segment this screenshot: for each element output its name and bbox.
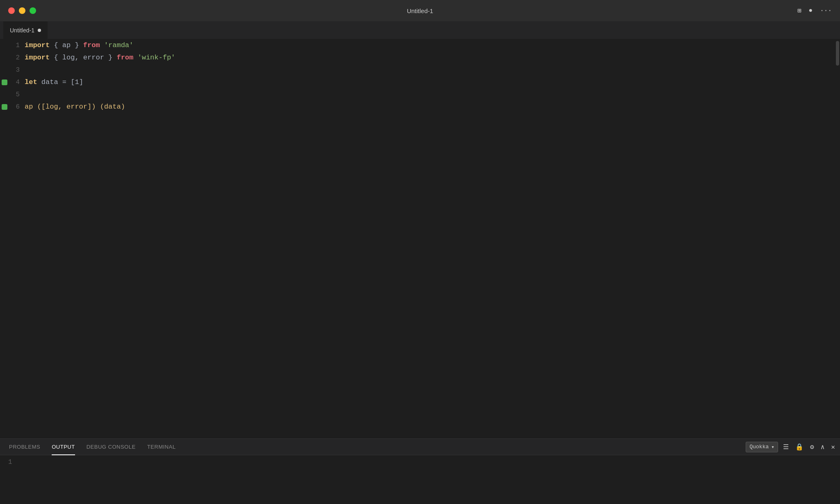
line-1-gutter: 1	[0, 39, 25, 52]
space-2	[133, 52, 137, 64]
from-keyword-1: from	[83, 39, 100, 52]
tab-label: Untitled-1	[10, 27, 34, 34]
line-6-gutter: 6	[0, 101, 25, 113]
line-gutter: 1 2 3 4 5 6	[0, 39, 25, 438]
line-4-gutter: 4	[0, 76, 25, 89]
ident-error: error	[83, 52, 104, 64]
close-panel-icon[interactable]: ✕	[829, 441, 837, 453]
editor-tab[interactable]: Untitled-1	[3, 21, 48, 39]
space-1	[100, 39, 104, 52]
line-2-gutter: 2	[0, 52, 25, 64]
code-line-4: let data = [1]	[25, 76, 840, 89]
scrollbar-thumb[interactable]	[836, 41, 839, 66]
breakpoint-4	[2, 79, 7, 85]
panel-right-actions: Quokka ▾ ☰ 🔒 ⚙ ∧ ✕	[746, 441, 837, 453]
dot-icon: ●	[809, 7, 813, 14]
tab-output-label: OUTPUT	[52, 444, 75, 450]
collapse-panel-icon[interactable]: ∧	[819, 441, 826, 453]
main-area: 1 2 3 4 5 6	[0, 39, 840, 504]
line-5-gutter: 5	[0, 89, 25, 101]
punct-1a: {	[50, 39, 62, 52]
dropdown-chevron-icon: ▾	[771, 444, 774, 450]
ident-data-assign: data = [1]	[37, 76, 83, 89]
split-editor-icon[interactable]: ⊞	[797, 7, 801, 15]
keyword-import-1: import	[25, 39, 50, 52]
tab-debug-console-label: DEBUG CONSOLE	[87, 444, 136, 450]
line-3-gutter: 3	[0, 64, 25, 76]
editor-scrollbar[interactable]	[835, 39, 840, 438]
keyword-let: let	[25, 76, 37, 89]
editor[interactable]: 1 2 3 4 5 6	[0, 39, 840, 438]
punct-2b: ,	[75, 52, 83, 64]
tab-terminal[interactable]: TERMINAL	[142, 439, 182, 455]
panel-content: 1	[0, 455, 840, 504]
close-button[interactable]	[8, 7, 15, 14]
punct-2c: }	[104, 52, 117, 64]
lock-icon[interactable]: 🔒	[794, 441, 805, 453]
code-line-2: import { log , error } from 'wink-fp'	[25, 52, 840, 64]
tab-bar: Untitled-1	[0, 21, 840, 39]
ident-log: log	[62, 52, 75, 64]
tab-debug-console[interactable]: DEBUG CONSOLE	[81, 439, 142, 455]
maximize-button[interactable]	[30, 7, 36, 14]
line-number-5: 5	[16, 89, 20, 101]
output-source-label: Quokka	[749, 444, 769, 450]
keyword-import-2: import	[25, 52, 50, 64]
code-line-1: import { ap } from 'ramda'	[25, 39, 840, 52]
tab-unsaved-dot	[38, 29, 41, 32]
output-line-number-1: 1	[8, 459, 12, 466]
code-line-3	[25, 64, 840, 76]
line-number-4: 4	[16, 76, 20, 89]
string-wink-fp: 'wink-fp'	[137, 52, 175, 64]
ident-ap: ap	[62, 39, 71, 52]
code-line-6: ap ([log, error]) (data)	[25, 101, 840, 113]
line-number-2: 2	[16, 52, 20, 64]
output-source-dropdown[interactable]: Quokka ▾	[746, 442, 778, 452]
func-ap-call: ap ([log, error]) (data)	[25, 101, 125, 113]
from-keyword-2: from	[116, 52, 133, 64]
line-number-6: 6	[16, 101, 20, 113]
panel-tab-bar: PROBLEMS OUTPUT DEBUG CONSOLE TERMINAL Q…	[0, 439, 840, 455]
title-bar-actions: ⊞ ● ···	[797, 7, 832, 15]
code-area[interactable]: import { ap } from 'ramda' import { log …	[25, 39, 840, 438]
punct-2a: {	[50, 52, 62, 64]
punct-1b: }	[71, 39, 83, 52]
more-actions-icon[interactable]: ···	[820, 7, 832, 14]
settings-icon[interactable]: ⚙	[808, 441, 816, 453]
breakpoint-6	[2, 104, 7, 110]
code-line-5	[25, 89, 840, 101]
traffic-lights	[8, 7, 36, 14]
tab-problems[interactable]: PROBLEMS	[3, 439, 46, 455]
bottom-panel: PROBLEMS OUTPUT DEBUG CONSOLE TERMINAL Q…	[0, 438, 840, 504]
line-number-3: 3	[16, 64, 20, 76]
string-ramda: 'ramda'	[104, 39, 133, 52]
window-title: Untitled-1	[407, 7, 433, 14]
minimize-button[interactable]	[19, 7, 25, 14]
tab-problems-label: PROBLEMS	[9, 444, 40, 450]
clear-output-icon[interactable]: ☰	[781, 441, 790, 453]
tab-terminal-label: TERMINAL	[147, 444, 176, 450]
line-number-1: 1	[16, 39, 20, 52]
title-bar: Untitled-1 ⊞ ● ···	[0, 0, 840, 21]
tab-output[interactable]: OUTPUT	[46, 439, 80, 455]
